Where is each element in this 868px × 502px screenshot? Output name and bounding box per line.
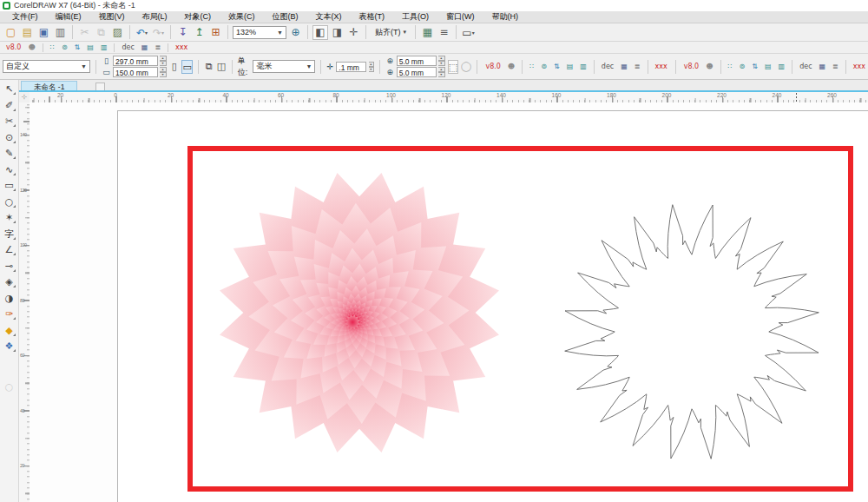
menu-item-5[interactable]: 对象(C) (176, 11, 220, 23)
blend-flower-object[interactable] (220, 173, 499, 452)
print-merge-button[interactable]: ▦ (618, 62, 630, 72)
export-document-button[interactable]: ▥ (776, 62, 788, 72)
align-nodes-button[interactable]: ∷ (48, 43, 57, 53)
align-nodes-button[interactable]: ∷ (527, 62, 536, 72)
zoom-levels-button[interactable]: ⊕ (288, 25, 303, 40)
import-button[interactable]: ↧ (175, 25, 190, 40)
artistic-media-tool[interactable]: ∿ (3, 163, 16, 176)
save-button[interactable]: ▣ (36, 25, 51, 40)
crop-tool[interactable]: ✂ (3, 115, 16, 128)
menu-item-4[interactable]: 布局(L) (134, 11, 176, 23)
menu-item-2[interactable]: 编辑(E) (47, 11, 90, 23)
current-page-button[interactable]: ◫ (216, 60, 226, 74)
decimal-precision-button[interactable]: dec (119, 43, 136, 53)
menu-item-10[interactable]: 工具(O) (393, 11, 437, 23)
view-mode-button[interactable]: ◨ (330, 25, 345, 40)
menu-item-3[interactable]: 视图(V) (90, 11, 134, 23)
page-width-spinner[interactable]: ▴▾ (160, 56, 167, 66)
designer-profile-icon[interactable]: ☻ (25, 43, 37, 53)
decimal-precision-button[interactable]: dec (797, 62, 814, 72)
landscape-orientation-button[interactable]: ▭ (181, 60, 192, 74)
version-badge[interactable]: v8.0 (483, 62, 503, 72)
import-document-button[interactable]: ▤ (564, 62, 576, 72)
duplicate-y-spinner[interactable]: ▴▾ (438, 67, 445, 77)
application-launcher-button[interactable]: ⊞ (208, 25, 223, 40)
interactive-fill-tool[interactable]: ◆ (3, 324, 16, 337)
rgb-cmyk-convert-button[interactable]: ⇅ (551, 62, 562, 72)
designer-profile-icon[interactable]: ☻ (703, 62, 715, 72)
menu-item-11[interactable]: 窗口(W) (437, 11, 483, 23)
page-height-field[interactable]: 150.0 mm (113, 67, 158, 77)
treat-as-filled-button[interactable]: ⬚ (448, 60, 458, 74)
new-document-button[interactable]: ▢ (3, 25, 18, 40)
layers-stack-button[interactable]: ≣ (632, 62, 643, 72)
color-eyedropper-tool[interactable]: ✑ (3, 307, 16, 320)
xxx-macro-button[interactable]: xxx (653, 62, 670, 72)
smart-fill-tool[interactable]: ❖ (3, 340, 16, 353)
duplicate-x-field[interactable]: 5.0 mm (397, 56, 437, 66)
preset-combobox[interactable]: 自定义 ▼ (3, 60, 90, 73)
rotate-angle-button[interactable]: ⊚ (538, 62, 549, 72)
duplicate-x-spinner[interactable]: ▴▾ (438, 56, 445, 66)
blend-tool[interactable]: ◈ (3, 275, 16, 288)
import-document-button[interactable]: ▤ (762, 62, 774, 72)
rotate-angle-button[interactable]: ⊚ (737, 62, 748, 72)
transparency-tool[interactable]: ◑ (3, 292, 16, 305)
pick-tool[interactable]: ↖ (3, 83, 16, 96)
connector-tool[interactable]: ⊸ (3, 260, 16, 273)
rgb-cmyk-convert-button[interactable]: ⇅ (72, 43, 83, 53)
customization-button[interactable]: ≡ (437, 25, 451, 40)
text-tool[interactable]: 字 (3, 228, 16, 241)
version-badge[interactable]: v8.0 (3, 43, 23, 53)
page-width-field[interactable]: 297.0 mm (113, 56, 158, 66)
welcome-screen-button[interactable]: ▭▾ (461, 25, 476, 40)
zoom-tool[interactable]: ⊙ (3, 131, 16, 144)
layers-stack-button[interactable]: ≣ (830, 62, 841, 72)
snap-options-button[interactable]: ✛ (346, 25, 361, 40)
print-button[interactable]: ▥ (53, 25, 68, 40)
ellipse-tool[interactable]: ○ (3, 195, 16, 208)
xxx-macro-button[interactable]: xxx (851, 62, 868, 72)
print-merge-button[interactable]: ▦ (139, 43, 151, 53)
polygon-tool[interactable]: ✶ (3, 211, 16, 224)
rotate-angle-button[interactable]: ⊚ (59, 43, 70, 53)
undo-button[interactable]: ↶▾ (135, 25, 149, 40)
export-document-button[interactable]: ▥ (98, 43, 110, 53)
rgb-cmyk-convert-button[interactable]: ⇅ (749, 62, 760, 72)
export-button[interactable]: ↥ (192, 25, 207, 40)
menu-item-6[interactable]: 效果(C) (220, 11, 264, 23)
designer-profile-icon[interactable]: ☻ (505, 62, 517, 72)
snap-to-button[interactable]: 贴齐(T) ▾ (371, 26, 411, 39)
options-button[interactable]: ▦ (420, 25, 435, 40)
nudge-offset-spinner[interactable]: ▴▾ (369, 62, 374, 72)
menu-item-9[interactable]: 表格(T) (351, 11, 394, 23)
portrait-orientation-button[interactable]: ▯ (169, 60, 179, 74)
menu-item-12[interactable]: 帮助(H) (483, 11, 528, 23)
page-height-spinner[interactable]: ▴▾ (160, 67, 167, 77)
print-merge-button[interactable]: ▦ (817, 62, 829, 72)
duplicate-y-field[interactable]: 5.0 mm (397, 67, 437, 77)
dimension-tool[interactable]: ∠ (3, 243, 16, 256)
decimal-precision-button[interactable]: dec (599, 62, 616, 72)
version-badge[interactable]: v8.0 (681, 62, 701, 72)
paste-button[interactable]: ▨ (110, 25, 125, 40)
layers-stack-button[interactable]: ≣ (152, 43, 163, 53)
open-button[interactable]: ▤ (20, 25, 35, 40)
freehand-tool[interactable]: ✎ (3, 147, 16, 160)
xxx-macro-button[interactable]: xxx (173, 43, 190, 53)
menu-item-8[interactable]: 文本(X) (307, 11, 351, 23)
canvas[interactable] (30, 102, 868, 502)
menu-item-1[interactable]: 文件(F) (3, 11, 47, 23)
rectangle-tool[interactable]: ▭ (3, 179, 16, 192)
import-document-button[interactable]: ▤ (84, 43, 96, 53)
shape-tool[interactable]: ✐ (3, 99, 16, 112)
zoom-level-combobox[interactable]: 132% ▼ (233, 26, 286, 39)
units-combobox[interactable]: 毫米 ▼ (253, 60, 315, 73)
all-pages-button[interactable]: ⧉ (204, 60, 214, 74)
full-screen-preview-button[interactable]: ◧ (312, 25, 328, 40)
outline-pen-tool[interactable]: ○ (3, 380, 16, 393)
nudge-offset-field[interactable]: .1 mm (336, 62, 366, 72)
export-document-button[interactable]: ▥ (577, 62, 589, 72)
star-outline-object[interactable] (565, 205, 819, 459)
align-nodes-button[interactable]: ∷ (726, 62, 735, 72)
